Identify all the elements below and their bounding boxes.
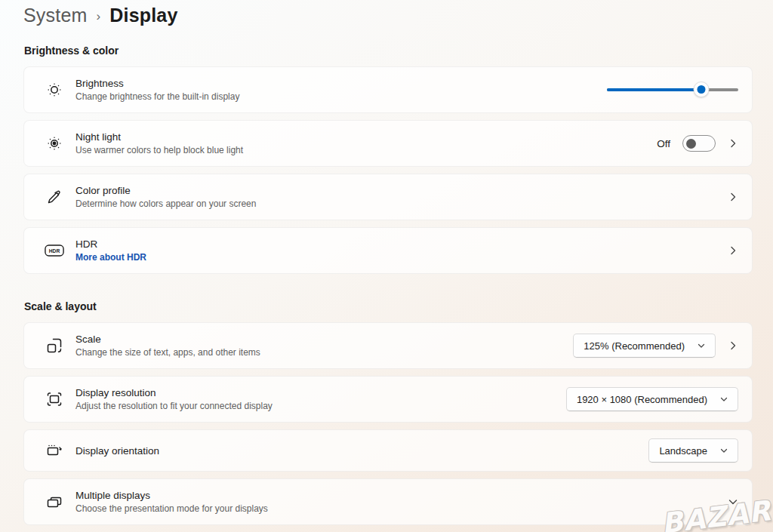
- breadcrumb-system[interactable]: System: [23, 5, 88, 26]
- multiple-displays-icon: [45, 492, 64, 512]
- chevron-down-icon: [697, 341, 706, 350]
- display-orientation-title: Display orientation: [75, 445, 648, 457]
- color-profile-subtitle: Determine how colors appear on your scre…: [75, 198, 728, 209]
- page-title: Display: [109, 5, 177, 26]
- section-title-brightness-color: Brightness & color: [24, 45, 773, 57]
- brightness-slider[interactable]: [607, 81, 738, 98]
- display-resolution-subtitle: Adjust the resolution to fit your connec…: [75, 401, 566, 411]
- chevron-right-icon[interactable]: [728, 340, 738, 351]
- scale-title: Scale: [75, 334, 573, 345]
- brightness-title: Brightness: [75, 78, 607, 89]
- color-profile-row[interactable]: Color profile Determine how colors appea…: [23, 174, 753, 220]
- breadcrumb: System › Display: [23, 0, 773, 33]
- hdr-badge-icon: HDR: [45, 241, 64, 260]
- scale-dropdown-value: 125% (Recommended): [584, 340, 685, 352]
- section-title-scale-layout: Scale & layout: [24, 300, 773, 312]
- night-light-toggle[interactable]: [682, 135, 716, 152]
- toggle-knob: [686, 139, 696, 149]
- display-orientation-dropdown[interactable]: Landscape: [648, 438, 738, 463]
- chevron-down-icon: [719, 446, 728, 455]
- hdr-row[interactable]: HDR HDR More about HDR: [23, 227, 753, 274]
- chevron-right-icon[interactable]: [728, 245, 738, 256]
- chevron-down-icon[interactable]: [728, 497, 738, 507]
- chevron-right-icon[interactable]: [728, 192, 738, 202]
- brightness-sun-icon: [45, 80, 64, 100]
- display-settings-page: System › Display Brightness & color Brig…: [0, 0, 773, 525]
- display-resolution-dropdown-value: 1920 × 1080 (Recommended): [577, 394, 707, 405]
- slider-thumb[interactable]: [694, 81, 710, 97]
- scale-layout-cards: Scale Change the size of text, apps, and…: [23, 322, 753, 525]
- night-light-title: Night light: [75, 131, 657, 143]
- display-resolution-dropdown[interactable]: 1920 × 1080 (Recommended): [566, 387, 738, 411]
- multiple-displays-subtitle: Choose the presentation mode for your di…: [75, 503, 728, 514]
- night-light-toggle-label: Off: [657, 138, 670, 149]
- chevron-right-icon[interactable]: [728, 138, 738, 149]
- night-light-row[interactable]: Night light Use warmer colors to help bl…: [23, 120, 753, 167]
- chevron-down-icon: [719, 395, 728, 404]
- scale-icon: [45, 336, 64, 355]
- multiple-displays-title: Multiple displays: [75, 490, 728, 501]
- display-orientation-icon: [45, 441, 64, 460]
- night-light-subtitle: Use warmer colors to help block blue lig…: [75, 145, 657, 155]
- night-light-icon: [45, 134, 64, 153]
- slider-fill: [607, 88, 701, 91]
- display-resolution-row: Display resolution Adjust the resolution…: [23, 376, 753, 423]
- color-profile-title: Color profile: [75, 185, 728, 196]
- breadcrumb-separator-icon: ›: [97, 9, 101, 24]
- hdr-title: HDR: [75, 238, 728, 250]
- more-about-hdr-link[interactable]: More about HDR: [75, 252, 146, 263]
- display-resolution-icon: [45, 389, 64, 409]
- display-orientation-row: Display orientation Landscape: [23, 429, 753, 472]
- multiple-displays-row[interactable]: Multiple displays Choose the presentatio…: [23, 478, 753, 525]
- color-profile-eyedropper-icon: [45, 187, 64, 207]
- brightness-subtitle: Change brightness for the built-in displ…: [75, 91, 607, 102]
- scale-dropdown[interactable]: 125% (Recommended): [573, 334, 716, 358]
- scale-row: Scale Change the size of text, apps, and…: [23, 322, 753, 369]
- scale-subtitle: Change the size of text, apps, and other…: [75, 347, 573, 358]
- display-orientation-dropdown-value: Landscape: [659, 445, 707, 457]
- brightness-row: Brightness Change brightness for the bui…: [23, 66, 753, 113]
- svg-text:HDR: HDR: [49, 248, 60, 254]
- display-resolution-title: Display resolution: [75, 387, 566, 398]
- brightness-color-cards: Brightness Change brightness for the bui…: [23, 66, 753, 274]
